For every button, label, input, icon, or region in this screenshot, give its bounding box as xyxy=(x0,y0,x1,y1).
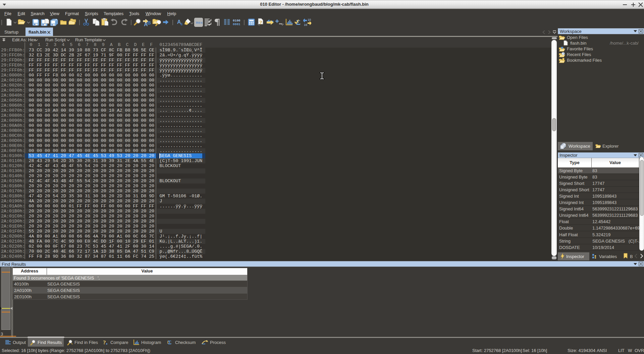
svg-text:0001: 0001 xyxy=(233,22,240,26)
svg-text:4: 4 xyxy=(180,22,183,26)
svg-text:?: ? xyxy=(259,19,262,26)
svg-text:10: 10 xyxy=(308,18,311,21)
svg-text:16: 16 xyxy=(304,23,307,26)
svg-text:0100: 0100 xyxy=(233,19,240,22)
svg-text:B: B xyxy=(147,20,151,26)
svg-text:?: ? xyxy=(103,339,106,345)
svg-text:Σ: Σ xyxy=(168,340,171,345)
